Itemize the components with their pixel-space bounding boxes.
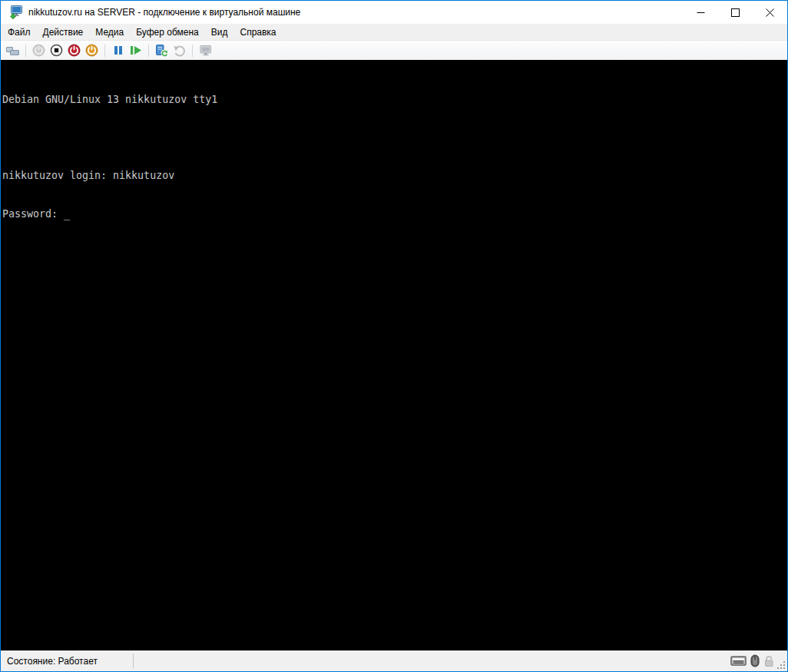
start-icon [32,44,45,57]
turn-off-icon [50,44,63,57]
mouse-status-icon [750,654,760,667]
menu-media[interactable]: Медиа [89,25,130,40]
password-prompt: Password: [2,208,64,220]
window-title: nikkutuzov.ru на SERVER - подключение к … [28,7,684,18]
resize-grip[interactable] [777,661,786,670]
vmconnect-app-icon [8,5,23,20]
pause-button[interactable] [109,42,127,58]
save-state-button[interactable] [83,42,101,58]
keyboard-status-icon [730,655,747,667]
titlebar: nikkutuzov.ru на SERVER - подключение к … [1,1,787,24]
minimize-icon [697,8,705,17]
enhanced-session-button [197,42,214,58]
statusbar-indicators [730,654,775,667]
console-line: Debian GNU/Linux 13 nikkutuzov tty1 [2,94,787,107]
revert-checkpoint-icon [173,45,186,57]
turn-off-button[interactable] [48,42,65,58]
menubar: Файл Действие Медиа Буфер обмена Вид Спр… [1,24,787,41]
toolbar-separator [148,45,149,57]
vm-console-screen[interactable]: Debian GNU/Linux 13 nikkutuzov tty1 nikk… [1,60,787,650]
toolbar-separator [104,45,105,57]
pause-icon [113,45,124,56]
menu-clipboard[interactable]: Буфер обмена [130,25,205,40]
reset-button[interactable] [127,42,144,58]
console-line: nikkutuzov login: nikkutuzov [2,170,787,183]
statusbar: Состояние: Работает [1,650,787,671]
start-button [30,42,48,58]
toolbar-separator [25,45,26,57]
ctrl-alt-del-icon [5,45,20,57]
menu-action[interactable]: Действие [37,25,90,40]
unlock-status-icon [763,655,775,667]
reset-icon [129,45,142,56]
revert-checkpoint-button [171,42,188,58]
close-button[interactable] [753,1,787,24]
menu-help[interactable]: Справка [233,25,282,40]
window-controls [684,1,787,24]
console-line [2,132,787,145]
checkpoint-button[interactable] [153,42,171,58]
terminal-cursor: _ [64,208,70,220]
shut-down-button[interactable] [65,42,83,58]
menu-view[interactable]: Вид [205,25,234,40]
toolbar [1,41,787,60]
shut-down-icon [68,44,81,57]
minimize-button[interactable] [684,1,718,24]
toolbar-separator [192,45,193,57]
menu-file[interactable]: Файл [2,25,37,40]
statusbar-separator [133,654,134,668]
close-icon [766,8,774,17]
save-state-icon [85,44,98,57]
ctrl-alt-del-button[interactable] [4,42,22,58]
vm-state-label: Состояние: Работает [1,656,133,667]
enhanced-session-icon [199,44,213,57]
checkpoint-icon [155,44,168,57]
maximize-button[interactable] [718,1,753,24]
maximize-icon [731,8,740,17]
console-line-password: Password: _ [2,208,787,221]
vmconnect-window: nikkutuzov.ru на SERVER - подключение к … [0,0,788,672]
